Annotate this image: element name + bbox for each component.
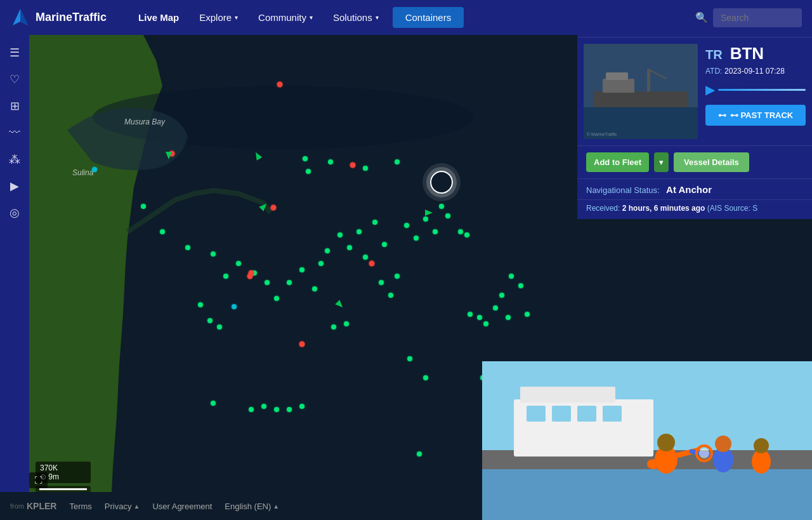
vessel-green-9[interactable] bbox=[287, 280, 292, 285]
vessel-green-5[interactable] bbox=[236, 261, 241, 266]
vessel-green-43[interactable] bbox=[211, 401, 216, 406]
vessel-green-41[interactable] bbox=[207, 318, 213, 323]
vessel-green-4[interactable] bbox=[223, 274, 228, 279]
vessel-green-11[interactable] bbox=[312, 286, 317, 291]
fullscreen-button[interactable]: ⛶ bbox=[29, 472, 48, 488]
person-button[interactable]: ◎ bbox=[3, 201, 26, 224]
vessel-green-50[interactable] bbox=[344, 321, 349, 326]
vessel-green-13[interactable] bbox=[325, 248, 330, 253]
vessel-green-45[interactable] bbox=[261, 404, 266, 409]
vessel-green-26[interactable] bbox=[433, 229, 438, 234]
vessel-green-57[interactable] bbox=[395, 159, 400, 164]
vessel-green-58[interactable] bbox=[363, 166, 368, 171]
filter-button[interactable]: ☰ bbox=[3, 41, 26, 64]
vessel-green-7[interactable] bbox=[265, 280, 270, 285]
selected-vessel[interactable] bbox=[430, 171, 453, 194]
terms-link[interactable]: Terms bbox=[69, 502, 91, 511]
vessel-green-30[interactable] bbox=[464, 232, 469, 237]
language-link[interactable]: English (EN) bbox=[225, 502, 271, 511]
vessel-green-1[interactable] bbox=[160, 229, 165, 234]
vessel-green-29[interactable] bbox=[458, 229, 463, 234]
vessel-green-25[interactable] bbox=[423, 217, 428, 222]
vessel-red-6[interactable] bbox=[299, 342, 305, 347]
vessel-green-40[interactable] bbox=[198, 302, 203, 307]
vessel-red-3[interactable] bbox=[369, 261, 375, 267]
past-track-button[interactable]: ⊷ ⊷ PAST TRACK bbox=[705, 105, 806, 126]
privacy-link[interactable]: Privacy bbox=[105, 502, 132, 511]
vessel-red-0[interactable] bbox=[277, 82, 283, 88]
solutions-chevron: ▾ bbox=[376, 14, 379, 21]
vessel-arrow-1[interactable] bbox=[425, 210, 433, 216]
vessel-green-24[interactable] bbox=[414, 236, 419, 241]
vessel-green-28[interactable] bbox=[445, 213, 450, 218]
network-button[interactable]: ⁂ bbox=[3, 148, 26, 171]
vessel-green-48[interactable] bbox=[299, 404, 304, 409]
vessel-green-20[interactable] bbox=[379, 280, 384, 285]
vessel-green-34[interactable] bbox=[493, 305, 498, 310]
vessel-green-61[interactable] bbox=[306, 169, 311, 174]
language-selector[interactable]: English (EN) ▲ bbox=[225, 502, 279, 511]
vessel-green-21[interactable] bbox=[388, 293, 393, 298]
vessel-green-51[interactable] bbox=[407, 356, 412, 361]
nav-explore[interactable]: Explore ▾ bbox=[190, 7, 247, 28]
vessel-green-47[interactable] bbox=[287, 407, 292, 412]
vessel-green-12[interactable] bbox=[318, 261, 324, 266]
vessel-green-2[interactable] bbox=[185, 245, 190, 250]
vessel-red-7[interactable] bbox=[350, 163, 356, 168]
vessel-green-39[interactable] bbox=[525, 312, 530, 317]
playback-button[interactable]: ▶ bbox=[3, 175, 26, 197]
vessel-green-42[interactable] bbox=[217, 324, 222, 330]
vessel-green-49[interactable] bbox=[331, 324, 336, 330]
person-icon: ◎ bbox=[10, 206, 20, 220]
vessel-cyan-1[interactable] bbox=[232, 304, 237, 309]
vessel-arrow-2[interactable] bbox=[335, 300, 345, 310]
nav-live-map[interactable]: Live Map bbox=[129, 7, 188, 28]
vessel-green-17[interactable] bbox=[363, 255, 368, 260]
vessel-green-16[interactable] bbox=[357, 229, 362, 234]
vessel-details-button[interactable]: Vessel Details bbox=[674, 152, 749, 172]
vessel-green-0[interactable] bbox=[141, 204, 146, 209]
vessel-green-15[interactable] bbox=[347, 245, 352, 250]
search-input[interactable] bbox=[713, 8, 802, 27]
nav-containers[interactable]: Containers bbox=[393, 7, 464, 28]
vessel-green-31[interactable] bbox=[468, 312, 473, 317]
vessel-green-18[interactable] bbox=[372, 220, 377, 225]
vessel-green-19[interactable] bbox=[382, 242, 387, 247]
favorites-button[interactable]: ♡ bbox=[3, 68, 26, 91]
vessel-green-23[interactable] bbox=[404, 223, 409, 228]
nav-community[interactable]: Community ▾ bbox=[249, 7, 322, 28]
vessel-green-59[interactable] bbox=[328, 159, 333, 164]
nav-solutions[interactable]: Solutions ▾ bbox=[324, 7, 388, 28]
privacy-item[interactable]: Privacy ▲ bbox=[105, 502, 140, 511]
vessel-green-14[interactable] bbox=[337, 232, 343, 237]
vessel-green-35[interactable] bbox=[499, 293, 504, 298]
layers-button[interactable]: ⊞ bbox=[3, 95, 26, 117]
vessel-green-46[interactable] bbox=[274, 407, 279, 412]
vessel-arrow-4[interactable] bbox=[166, 152, 172, 159]
vessel-green-53[interactable] bbox=[423, 375, 428, 380]
vessel-green-52[interactable] bbox=[417, 451, 422, 457]
vessel-green-37[interactable] bbox=[509, 274, 514, 279]
vessel-green-44[interactable] bbox=[249, 407, 254, 412]
vessel-green-32[interactable] bbox=[477, 315, 482, 320]
vessel-green-60[interactable] bbox=[303, 156, 308, 161]
vessel-arrow-0[interactable] bbox=[259, 201, 269, 211]
vessel-green-33[interactable] bbox=[483, 321, 488, 326]
vessel-arrow-3[interactable] bbox=[253, 150, 263, 160]
logo-area[interactable]: MarineTraffic bbox=[0, 8, 117, 28]
vessel-green-27[interactable] bbox=[439, 204, 444, 209]
add-to-fleet-button[interactable]: Add to Fleet bbox=[586, 152, 649, 172]
fleet-dropdown-button[interactable]: ▾ bbox=[654, 152, 669, 172]
vessel-cyan-0[interactable] bbox=[92, 167, 97, 172]
vessel-green-38[interactable] bbox=[518, 283, 523, 288]
vessel-red-2[interactable] bbox=[271, 205, 277, 211]
vessel-green-8[interactable] bbox=[274, 296, 279, 301]
vessel-red-5[interactable] bbox=[247, 274, 253, 279]
weather-button[interactable]: 〰 bbox=[3, 121, 26, 144]
user-agreement-link[interactable]: User Agreement bbox=[152, 502, 212, 511]
vessel-green-3[interactable] bbox=[211, 251, 216, 257]
vessel-green-22[interactable] bbox=[395, 274, 400, 279]
vessel-green-10[interactable] bbox=[299, 267, 304, 272]
nav-status-label: Navigational Status: bbox=[586, 185, 660, 195]
vessel-green-36[interactable] bbox=[506, 315, 511, 320]
